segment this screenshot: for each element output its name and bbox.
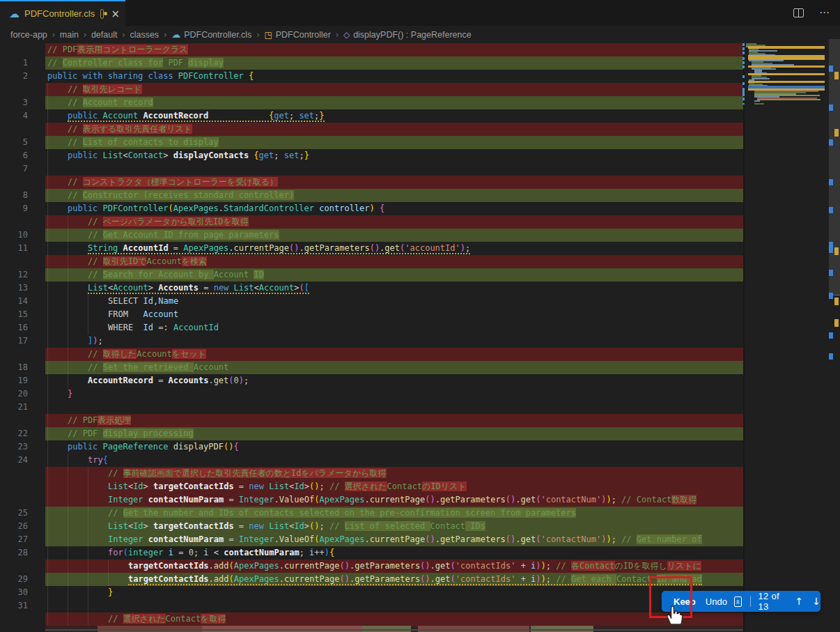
undo-button[interactable]: Undo: [706, 596, 727, 607]
modified-badge-icon: [100, 9, 104, 19]
line-number: 7: [0, 162, 28, 176]
more-actions-icon[interactable]: ⋯: [819, 6, 830, 19]
breadcrumb-separator: ›: [52, 30, 55, 40]
code-line: // コンストラクタ（標準コントローラーを受け取る）: [0, 176, 840, 189]
code-line: 14SELECT Id,Name: [0, 295, 840, 308]
code-line: 17]);: [0, 334, 840, 348]
breadcrumb-separator: ›: [256, 30, 259, 40]
code-line: 25// Get the number and IDs of contacts …: [0, 507, 840, 520]
split-editor-icon[interactable]: [793, 8, 804, 17]
code-line: 18// Set the retrieved Account: [0, 361, 840, 374]
code-line: 19AccountRecord = Accounts.get(0);: [0, 374, 840, 387]
minimap[interactable]: [745, 43, 827, 632]
breadcrumb-item[interactable]: classes: [130, 30, 159, 40]
code-line: 11String AccountId = ApexPages.currentPa…: [0, 242, 840, 255]
code-line: // ページパラメータから取引先IDを取得: [0, 215, 840, 229]
breadcrumb-separator: ›: [84, 30, 86, 40]
mouse-cursor-hand: [664, 603, 685, 630]
close-icon[interactable]: ×: [111, 8, 120, 20]
code-line: 26List<Id> targetContactIds = new List<I…: [0, 520, 840, 533]
code-line: // PDF表示処理: [0, 414, 840, 427]
code-line: // PDF表示用コントローラークラス: [0, 43, 840, 56]
code-line: 12// Search for Account by Account ID: [0, 268, 840, 282]
previous-change-icon[interactable]: ↑: [795, 596, 804, 607]
code-line: Integer contactNumParam = Integer.ValueO…: [0, 493, 840, 507]
code-line: 20}: [0, 387, 840, 401]
breadcrumb-item[interactable]: PDFController.cls: [184, 30, 251, 40]
code-line: // 事前確認画面で選択した取引先責任者の数とIdをパラメータから取得: [0, 467, 840, 480]
breadcrumb-separator: ›: [122, 30, 125, 40]
code-line: 15FROM Account: [0, 308, 840, 321]
code-line: // 取引先IDでAccountを検索: [0, 255, 840, 268]
code-line: 16WHERE Id =: AccountId: [0, 321, 840, 334]
code-line: List<Id> targetContactIds = new List<Id>…: [0, 480, 840, 493]
code-line: // 取引先レコード: [0, 83, 840, 96]
cloud-icon: ☁: [171, 29, 180, 40]
code-editor[interactable]: ✓ ↺ ± // PDF表示用コントローラークラス1// Controller …: [0, 43, 840, 632]
breadcrumb-separator: ›: [164, 30, 166, 40]
code-line: 23public PageReference displayPDF(){: [0, 440, 840, 454]
horizontal-scrollbar[interactable]: [45, 629, 743, 631]
tab-label: PDFController.cls: [24, 8, 95, 19]
code-line: 21: [0, 401, 840, 414]
code-line: 8// Constructor (receives standard contr…: [0, 189, 840, 202]
code-line: 13List<Account> Accounts = new List<Acco…: [0, 282, 840, 295]
code-line: 7: [0, 162, 840, 176]
code-line: // 選択されたContactを取得: [0, 612, 840, 626]
code-line: 2public with sharing class PDFController…: [0, 70, 840, 83]
breadcrumb-item[interactable]: default: [91, 30, 118, 40]
breadcrumb: force-app›main›default›classes›☁PDFContr…: [0, 26, 840, 43]
vscode-window: ☁ PDFController.cls × ⋯ force-app›main›d…: [0, 0, 840, 632]
code-line: 9public PDFController(ApexPages.Standard…: [0, 202, 840, 215]
code-line: 1// Controller class for PDF display: [0, 56, 840, 70]
line-number: 31: [0, 599, 28, 612]
tab-pdfcontroller[interactable]: ☁ PDFController.cls ×: [0, 0, 125, 26]
code-line: 6public List<Contact> displayContacts {g…: [0, 149, 840, 162]
code-line: // 取得したAccountをセット: [0, 348, 840, 361]
class-icon: ◳: [264, 30, 272, 40]
code-line: 29targetContactIds.add(ApexPages.current…: [0, 573, 840, 586]
overview-ruler: [827, 43, 840, 632]
breadcrumb-item[interactable]: displayPDF() : PageReference: [353, 30, 472, 40]
change-counter: 12 of 13: [759, 591, 786, 612]
code-line: 28for(integer i = 0; i < contactNumParam…: [0, 546, 840, 560]
breadcrumb-item[interactable]: force-app: [10, 30, 47, 40]
breadcrumb-separator: ›: [336, 30, 339, 40]
code-line: 4public Account AccountRecord {get; set;…: [0, 109, 840, 123]
tab-bar: ☁ PDFController.cls × ⋯: [0, 0, 840, 26]
code-line: 5// List of contacts to display: [0, 136, 840, 149]
code-line: targetContactIds.add(ApexPages.currentPa…: [0, 560, 840, 573]
editor-actions: ⋯: [793, 6, 830, 19]
breadcrumb-item[interactable]: main: [60, 30, 79, 40]
line-number: 21: [0, 401, 28, 414]
code-line: 10// Get Account ID from page parameters: [0, 229, 840, 242]
salesforce-cloud-icon: ☁: [9, 8, 20, 20]
code-line: // 表示する取引先責任者リスト: [0, 123, 840, 136]
breadcrumb-item[interactable]: PDFController: [276, 30, 331, 40]
open-diff-icon[interactable]: ±: [734, 596, 742, 607]
widget-separator: [750, 596, 751, 607]
method-icon: ◇: [343, 30, 350, 40]
code-line: 22// PDF display processing: [0, 427, 840, 440]
code-line: 3// Account record: [0, 96, 840, 109]
code-line: 27Integer contactNumParam = Integer.Valu…: [0, 533, 840, 546]
code-line: 24try{: [0, 454, 840, 467]
next-change-icon[interactable]: ↓: [812, 596, 820, 607]
